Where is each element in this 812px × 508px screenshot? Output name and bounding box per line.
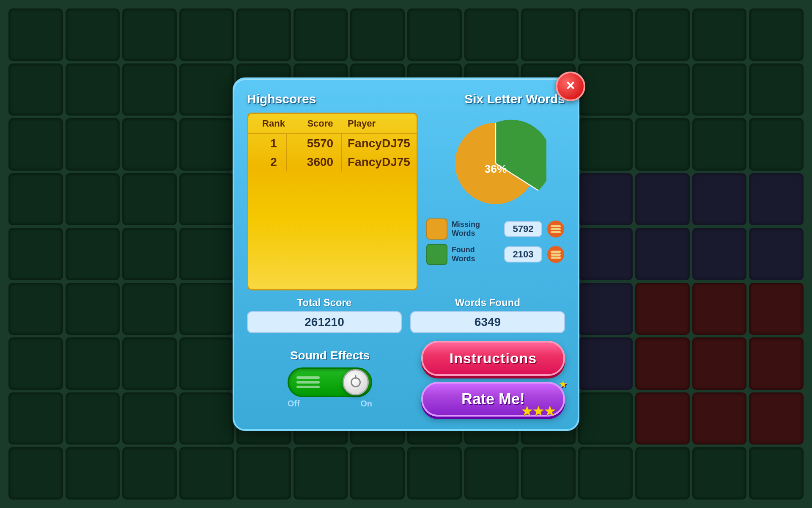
- sound-toggle[interactable]: [288, 367, 372, 397]
- missing-words-label: Missing Words: [452, 220, 500, 238]
- bg-cell: [8, 283, 63, 335]
- star-3-icon: ★: [544, 404, 555, 418]
- bg-cell: [407, 447, 462, 500]
- toggle-on-label: On: [360, 399, 372, 409]
- toggle-off-label: Off: [288, 399, 300, 409]
- bg-cell: [749, 283, 804, 335]
- bg-cell: [521, 8, 576, 61]
- bg-cell: [749, 337, 804, 390]
- bg-cell: [635, 118, 690, 171]
- bg-cell: [122, 64, 177, 116]
- words-found-box: Words Found 6349: [410, 297, 565, 333]
- bg-cell: [749, 118, 804, 171]
- col-score: Score: [293, 118, 348, 129]
- svg-rect-11: [551, 257, 561, 259]
- bg-cell: [407, 8, 462, 61]
- bg-cell: [749, 447, 804, 500]
- sound-effects-title: Sound Effects: [290, 349, 370, 362]
- bg-cell: [66, 392, 120, 445]
- close-button[interactable]: ×: [556, 72, 585, 101]
- total-score-label: Total Score: [247, 297, 402, 309]
- words-found-label: Words Found: [410, 297, 565, 309]
- bg-cell: [635, 64, 690, 116]
- score-1: 5570: [293, 137, 348, 150]
- bg-cell: [749, 8, 804, 61]
- bg-cell: [8, 447, 63, 500]
- bg-cell: [294, 8, 348, 61]
- bg-cell: [66, 118, 120, 171]
- action-buttons: Instructions Rate Me! ★ ★ ★ ★: [421, 341, 565, 417]
- sound-effects-panel: Sound Effects Off On: [247, 349, 413, 409]
- found-color-box: [426, 244, 447, 265]
- bg-cell: [179, 392, 234, 445]
- pie-chart: 36%: [445, 113, 546, 214]
- bg-cell: [578, 8, 633, 61]
- bg-cell: [692, 283, 747, 335]
- bg-cell: [749, 173, 804, 226]
- bg-cell: [179, 8, 234, 61]
- bg-cell: [122, 228, 177, 280]
- bg-cell: [236, 447, 291, 500]
- bg-cell: [635, 283, 690, 335]
- toggle-line-2: [296, 381, 320, 384]
- six-letter-words-title: Six Letter Words: [464, 92, 565, 106]
- bg-cell: [635, 173, 690, 226]
- svg-text:36%: 36%: [485, 162, 507, 175]
- found-words-legend: Found Words 2103: [426, 244, 565, 265]
- bg-cell: [122, 392, 177, 445]
- toggle-lines: [296, 376, 320, 388]
- instructions-button[interactable]: Instructions: [421, 341, 565, 376]
- bg-cell: [578, 118, 633, 171]
- highscores-panel: Rank Score Player 1 5570 FancyDJ75 2 360…: [247, 113, 418, 290]
- svg-rect-9: [551, 251, 561, 253]
- bg-cell: [464, 447, 519, 500]
- bg-cell: [521, 447, 576, 500]
- modal-header: Highscores Six Letter Words: [247, 92, 565, 106]
- toggle-line-3: [296, 386, 320, 388]
- bg-cell: [179, 118, 234, 171]
- missing-words-legend: Missing Words 5792: [426, 218, 565, 240]
- found-list-icon[interactable]: [546, 245, 565, 264]
- rate-me-button[interactable]: Rate Me! ★ ★ ★ ★: [421, 382, 565, 417]
- bg-cell: [635, 392, 690, 445]
- bg-cell: [179, 64, 234, 116]
- main-modal: × Highscores Six Letter Words Rank Score…: [233, 77, 579, 431]
- bg-cell: [350, 8, 405, 61]
- bg-cell: [692, 118, 747, 171]
- stats-row: Total Score 261210 Words Found 6349: [247, 297, 565, 333]
- highscores-title: Highscores: [247, 92, 316, 106]
- missing-list-icon[interactable]: [546, 220, 565, 238]
- bg-cell: [749, 228, 804, 280]
- table-row: 1 5570 FancyDJ75: [248, 134, 417, 153]
- words-found-value: 6349: [410, 311, 565, 333]
- bg-cell: [692, 337, 747, 390]
- bg-cell: [8, 118, 63, 171]
- bg-cell: [749, 392, 804, 445]
- bg-cell: [464, 8, 519, 61]
- divider-1: [286, 134, 287, 171]
- toggle-labels: Off On: [288, 399, 372, 409]
- bg-cell: [294, 447, 348, 500]
- bg-cell: [635, 447, 690, 500]
- missing-words-count: 5792: [504, 221, 542, 237]
- bg-cell: [635, 8, 690, 61]
- divider-2: [341, 134, 342, 171]
- bg-cell: [578, 173, 633, 226]
- player-1: FancyDJ75: [348, 137, 410, 150]
- bg-cell: [578, 283, 633, 335]
- bg-cell: [8, 228, 63, 280]
- table-body: 1 5570 FancyDJ75 2 3600 FancyDJ75: [248, 134, 417, 171]
- score-2: 3600: [293, 155, 348, 169]
- bg-cell: [66, 283, 120, 335]
- pie-panel: 36% Missing Words 5792: [426, 113, 565, 290]
- bg-cell: [66, 337, 120, 390]
- bg-cell: [692, 8, 747, 61]
- bg-cell: [122, 337, 177, 390]
- star-small-icon: ★: [559, 379, 567, 389]
- bg-cell: [179, 228, 234, 280]
- content-row: Rank Score Player 1 5570 FancyDJ75 2 360…: [247, 113, 565, 290]
- star-1-icon: ★: [521, 404, 532, 418]
- table-header: Rank Score Player: [248, 114, 417, 134]
- bg-cell: [179, 337, 234, 390]
- bg-cell: [692, 173, 747, 226]
